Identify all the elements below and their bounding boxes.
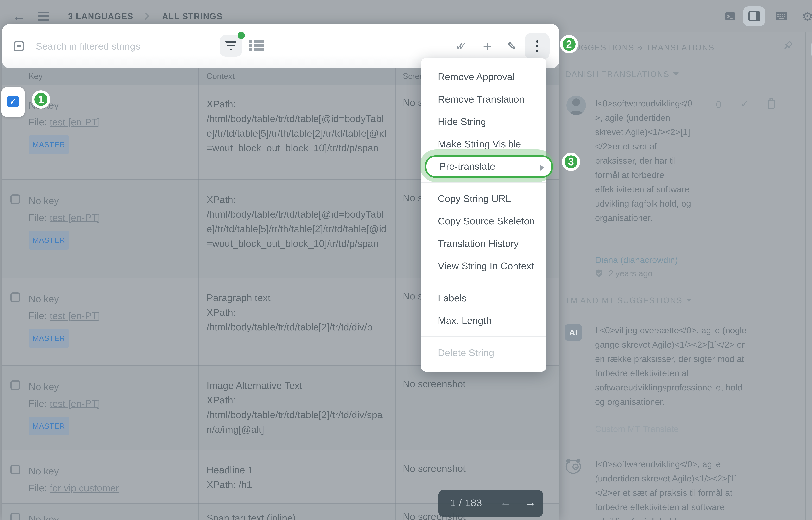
approve-check-icon[interactable]: ✓ — [740, 98, 749, 109]
row-key: No key — [29, 192, 191, 209]
ai-suggestion-icon: AI — [564, 324, 582, 341]
col-context: Context — [206, 72, 234, 81]
row-screenshot: No screenshot — [403, 463, 552, 474]
tutorial-step-badge-3: 3 — [562, 153, 580, 171]
menu-item-remove-approval[interactable]: Remove Approval — [421, 66, 546, 88]
master-badge: MASTER — [29, 135, 69, 154]
right-rail: P AI + — [806, 32, 812, 520]
menu-divider — [421, 182, 546, 183]
collapse-triangle-icon — [686, 299, 692, 302]
col-key: Key — [29, 72, 43, 81]
side-panel-toggle-icon[interactable] — [743, 6, 765, 26]
row-context: XPath:/html/body/table/tr/td/table[@id=b… — [206, 192, 387, 251]
row-screenshot: No screenshot — [403, 378, 552, 390]
vote-count: 0 — [716, 99, 721, 110]
row-checkbox[interactable] — [10, 513, 20, 520]
prev-page-icon[interactable]: ← — [500, 496, 511, 509]
filter-button[interactable] — [220, 35, 242, 56]
translation-author[interactable]: Diana (dianacrowdin) — [595, 255, 678, 265]
app-window: ← 3 LANGUAGES ALL STRINGS ⚙ — [0, 0, 812, 520]
row-context: Image Alternative TextXPath:/html/body/t… — [206, 378, 387, 437]
row-key: No key — [29, 378, 191, 395]
pagination: 1 / 183 ← → — [439, 490, 543, 517]
menu-item-view-string-in-context[interactable]: View String In Context — [421, 255, 546, 277]
checkbox-spotlight: ✓ — [1, 87, 25, 117]
approved-shield-icon — [595, 269, 603, 278]
menu-item-hide-string[interactable]: Hide String — [421, 110, 546, 133]
collapse-triangle-icon — [673, 73, 678, 76]
row-checkbox[interactable] — [10, 292, 20, 302]
keyboard-icon[interactable] — [771, 6, 792, 26]
menu-item-delete-string: Delete String — [421, 342, 546, 364]
next-page-icon[interactable]: → — [525, 496, 536, 509]
row-context: Span tag text (inline) — [206, 511, 387, 520]
file-link[interactable]: test [en-PT] — [50, 117, 100, 128]
row-context: Paragraph textXPath:/html/body/table/tr/… — [206, 290, 387, 334]
string-context-menu: Remove Approval Remove Translation Hide … — [421, 58, 546, 372]
master-badge: MASTER — [29, 231, 69, 250]
row-checkbox[interactable] — [10, 380, 20, 390]
menu-divider — [421, 336, 546, 337]
menu-item-pre-translate[interactable]: Pre-translate — [425, 155, 553, 178]
search-input[interactable] — [34, 36, 203, 56]
row-checkbox-checked[interactable]: ✓ — [7, 96, 19, 107]
translator-avatar — [566, 96, 586, 115]
ai-suggestion-text[interactable]: I <0>vil jeg oversætte</0>, agile (nogle… — [595, 323, 747, 409]
console-icon[interactable] — [719, 6, 741, 26]
edit-icon[interactable]: ✎ — [500, 33, 524, 59]
menu-divider — [421, 282, 546, 282]
menu-item-labels[interactable]: Labels — [421, 287, 546, 309]
row-checkbox[interactable] — [10, 465, 20, 474]
row-context: Headline 1XPath: /h1 — [206, 463, 387, 492]
tutorial-step-badge-2: 2 — [560, 35, 578, 53]
menu-item-translation-history[interactable]: Translation History — [421, 232, 546, 255]
select-all-checkbox[interactable] — [13, 41, 24, 51]
column-divider — [198, 68, 199, 520]
file-link[interactable]: test [en-PT] — [50, 310, 100, 321]
menu-item-copy-source-skeleton[interactable]: Copy Source Skeleton — [421, 210, 546, 232]
menu-item-copy-string-url[interactable]: Copy String URL — [421, 187, 546, 210]
mt-source-label: Custom MT Translate — [595, 424, 679, 434]
suggestions-panel-title: SUGGESTIONS & TRANSLATIONS — [568, 43, 715, 52]
pin-icon[interactable] — [782, 40, 793, 54]
list-view-icon[interactable] — [249, 40, 264, 51]
danish-translation-text[interactable]: I<0>softwareudvikling</0>, agile (undert… — [595, 96, 693, 225]
add-string-icon[interactable]: + — [475, 33, 500, 59]
row-key: No key — [29, 290, 191, 308]
file-link[interactable]: test [en-PT] — [50, 212, 100, 223]
submenu-arrow-icon — [540, 165, 544, 171]
crowdin-tm-icon — [564, 458, 583, 477]
row-key: No key — [29, 511, 191, 520]
menu-item-remove-translation[interactable]: Remove Translation — [421, 88, 546, 110]
menu-item-max-length[interactable]: Max. Length — [421, 309, 546, 332]
tm-suggestion-text[interactable]: I<0>softwareudvikling</0>, agile (undert… — [595, 457, 751, 520]
page-indicator: 1 / 183 — [450, 497, 482, 509]
delete-translation-icon[interactable] — [766, 98, 777, 112]
row-key: No key — [29, 97, 191, 114]
file-link[interactable]: test [en-PT] — [50, 398, 100, 409]
danish-translations-header[interactable]: DANISH TRANSLATIONS — [565, 70, 678, 79]
tm-mt-suggestions-header[interactable]: TM AND MT SUGGESTIONS — [565, 296, 692, 305]
table-row[interactable]: No key File: test [en-PT] MASTER Image A… — [2, 365, 559, 450]
translate-icon[interactable] — [811, 38, 812, 60]
tutorial-step-badge-1: 1 — [32, 90, 50, 108]
translation-timestamp: 2 years ago — [595, 268, 652, 278]
row-key: No key — [29, 463, 191, 480]
master-badge: MASTER — [29, 329, 69, 348]
row-checkbox[interactable] — [10, 194, 20, 204]
master-badge: MASTER — [29, 417, 69, 436]
approve-all-icon[interactable]: ✓✓ — [449, 33, 474, 59]
row-context: XPath:/html/body/table/tr/td/table[@id=b… — [206, 97, 387, 155]
filter-active-dot — [238, 32, 245, 39]
more-actions-button[interactable] — [525, 33, 550, 59]
file-link[interactable]: for vip customer — [50, 483, 119, 494]
column-divider — [395, 68, 396, 520]
settings-gear-icon[interactable]: ⚙ — [796, 6, 812, 26]
